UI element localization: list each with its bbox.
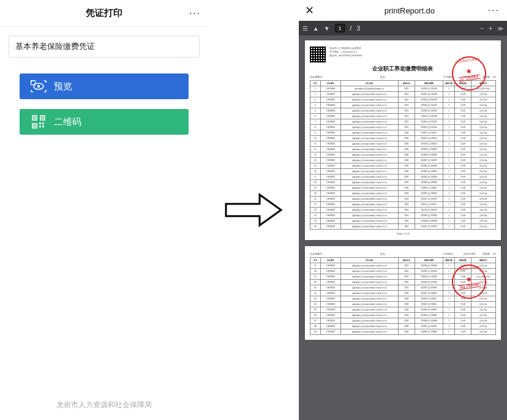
- sidebar-toggle-icon[interactable]: ☰: [302, 25, 308, 32]
- zoom-out-icon[interactable]: −: [480, 25, 484, 32]
- table-cell: 福建海峡人力资源股份有限公司龙岩分公司: [341, 163, 399, 169]
- table-cell: 2021: [398, 119, 415, 125]
- table-cell: 2148: [455, 191, 471, 197]
- table-cell: 201901 至 201901: [415, 291, 443, 296]
- table-cell: 202101 至 202101: [415, 125, 443, 130]
- table-cell: 201907 至 201907: [415, 224, 443, 230]
- table-cell: 1: [443, 263, 455, 269]
- table-cell: 福建海峡人力资源股份有限公司龙岩分公司: [341, 208, 399, 213]
- table-cell: 36: [310, 313, 320, 318]
- table-cell: 福建海峡人力资源股份有限公司龙岩分公司: [341, 130, 399, 136]
- table-cell: 201908 至 201908: [415, 219, 443, 224]
- table-row: 2017823628福建海峡人力资源股份有限公司龙岩分公司2020202001 …: [310, 191, 495, 197]
- table-cell: 正常应缴: [471, 208, 495, 213]
- tools-expand-icon[interactable]: ≫: [497, 25, 503, 32]
- table-cell: 2019: [398, 197, 415, 202]
- table-cell: 正常应缴: [471, 197, 495, 202]
- table-cell: 201902 至 201902: [415, 285, 443, 291]
- close-button[interactable]: ✕: [305, 4, 318, 17]
- table-cell: 1: [443, 202, 455, 208]
- table-row: 1617823628福建海峡人力资源股份有限公司龙岩分公司2020202005 …: [310, 169, 495, 174]
- stamp-bottom-text: 网上业务专用章: [459, 74, 481, 81]
- table-row: 917823628福建海峡人力资源股份有限公司龙岩分公司2020202012 至…: [310, 130, 495, 136]
- table-header-cell: 序号: [310, 81, 320, 86]
- table-header-cell: 缴费状态: [471, 258, 495, 263]
- table-cell: 202004 至 202004: [415, 174, 443, 180]
- table-cell: 2019: [398, 219, 415, 224]
- table-cell: 2019: [398, 213, 415, 219]
- table-cell: 202008 至 202008: [415, 152, 443, 158]
- table-cell: 202011 至 202011: [415, 136, 443, 141]
- table-cell: 2148: [455, 130, 471, 136]
- table-cell: 1: [443, 329, 455, 335]
- insurance-type-select[interactable]: 基本养老保险缴费凭证: [9, 36, 200, 58]
- table-cell: 2: [310, 92, 320, 97]
- pdf-viewer[interactable]: 龙岩市人力资源和社会保障局 官方网址：www.lyrsks.cn 验证码：AC0…: [299, 36, 507, 420]
- table-cell: 福建海峡人力资源股份有限公司龙岩分公司: [341, 147, 399, 152]
- table-cell: 2148: [455, 180, 471, 186]
- table-cell: 14: [310, 158, 320, 163]
- page-current-input[interactable]: 1: [335, 24, 345, 32]
- page-up-icon[interactable]: ▲: [313, 25, 319, 32]
- table-cell: 202102 至 202103: [415, 114, 443, 119]
- table-cell: 20: [310, 191, 320, 197]
- table-cell: 2019: [398, 280, 415, 285]
- table-cell: 正常应缴: [471, 92, 495, 97]
- table-cell: 27: [310, 263, 320, 269]
- table-cell: 2019: [398, 291, 415, 296]
- zoom-in-icon[interactable]: +: [489, 25, 492, 32]
- table-cell: 1: [443, 108, 455, 114]
- table-cell: 18: [310, 180, 320, 186]
- table-cell: 201905 至 201905: [415, 269, 443, 274]
- table-cell: 201810 至 201810: [415, 307, 443, 313]
- table-cell: 2148: [455, 103, 471, 108]
- table-cell: 202002 至 202002: [415, 186, 443, 191]
- table-cell: 17823628: [320, 274, 340, 280]
- table-cell: 17823628: [320, 224, 340, 230]
- table-cell: 1: [443, 296, 455, 302]
- table-cell: 19: [310, 186, 320, 191]
- table-row: 417823628福建海峡人力资源股份有限公司龙岩分公司2021202104 至…: [310, 103, 495, 108]
- table-cell: 17823628: [320, 324, 340, 329]
- document-qrcode: [310, 47, 326, 62]
- table-cell: 202009 至 202009: [415, 147, 443, 152]
- meta-name: 姓名：: [380, 75, 388, 78]
- table-cell: 201904 至 201904: [415, 274, 443, 280]
- table-cell: 34: [310, 302, 320, 307]
- table-cell: 17823628: [320, 125, 340, 130]
- table-cell: 17823628: [320, 114, 340, 119]
- table-cell: 2019: [398, 285, 415, 291]
- table-cell: 2019: [398, 208, 415, 213]
- table-cell: 202005 至 202005: [415, 169, 443, 174]
- table-cell: 福建海峡人力资源股份有限公司龙岩分公司: [341, 291, 399, 296]
- table-cell: 1: [443, 152, 455, 158]
- table-cell: 正常应缴: [471, 318, 495, 324]
- table-cell: 17823628: [320, 197, 340, 202]
- table-cell: 10: [310, 136, 320, 141]
- table-cell: 1: [443, 213, 455, 219]
- more-menu-button-right[interactable]: ···: [488, 5, 500, 16]
- table-cell: 福建海峡人力资源股份有限公司龙岩分公司: [341, 103, 399, 108]
- pdf-page-2: 社会保障号： 姓名： 打印编号： 2021/12/06 本报表：1/1 人力资源…: [305, 246, 501, 340]
- table-cell: 9: [310, 130, 320, 136]
- table-cell: 17823628: [320, 119, 340, 125]
- page-down-icon[interactable]: ▼: [324, 25, 330, 32]
- table-cell: 正常应缴: [471, 191, 495, 197]
- more-menu-button[interactable]: ···: [189, 8, 201, 19]
- table-cell: 正常应缴: [471, 324, 495, 329]
- table-header-cell: 费款所属期: [415, 258, 443, 263]
- table-cell: 17823628: [320, 158, 340, 163]
- qrcode-button[interactable]: 二维码: [20, 109, 189, 135]
- table-cell: 2020: [398, 163, 415, 169]
- table-cell: 202106 至 202106: [415, 97, 443, 103]
- table-row: 2517823628福建海峡人力资源股份有限公司龙岩分公司2019201908 …: [310, 219, 495, 224]
- table-cell: 2018: [398, 313, 415, 318]
- preview-button[interactable]: 预览: [20, 73, 189, 99]
- table-cell: 正常应缴: [471, 141, 495, 147]
- svg-rect-10: [42, 122, 44, 124]
- table-cell: 2148: [455, 92, 471, 97]
- table-cell: 201807 至 201807: [415, 324, 443, 329]
- table-cell: 202003 至 202003: [415, 180, 443, 186]
- table-row: 717823628福建海峡人力资源股份有限公司龙岩分公司2021202102 至…: [310, 119, 495, 125]
- table-cell: 福建海峡人力资源股份有限公司龙岩分公司: [341, 152, 399, 158]
